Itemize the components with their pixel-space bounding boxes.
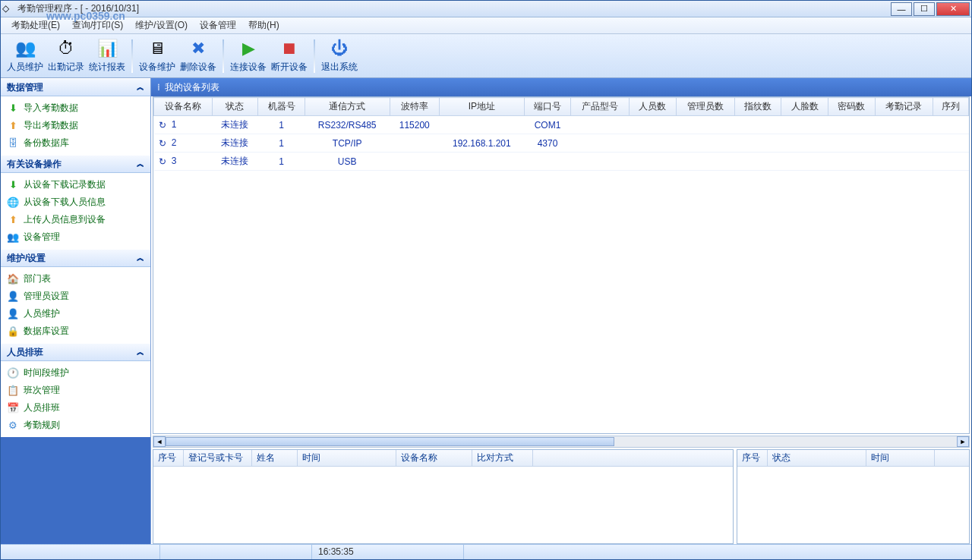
close-button[interactable]: ✕	[936, 2, 970, 16]
sidebar-item[interactable]: 👤人员维护	[5, 305, 146, 322]
minimize-button[interactable]: —	[891, 2, 912, 16]
column-header[interactable]: 密码数	[828, 98, 875, 116]
bottom-panels: 序号登记号或卡号姓名时间设备名称比对方式 序号状态时间	[151, 449, 971, 544]
column-header[interactable]: 时间	[866, 450, 935, 466]
column-header[interactable]: 指纹数	[734, 98, 781, 116]
sidebar-item[interactable]: 🕐时间段维护	[5, 364, 146, 382]
tb-report[interactable]: 📊统计报表	[87, 36, 127, 76]
chevron-up-icon: ︽	[137, 253, 144, 263]
sidebar-item[interactable]: 🔒数据库设置	[5, 322, 146, 340]
column-header[interactable]: 姓名	[252, 450, 298, 466]
sidebar: 数据管理︽⬇导入考勤数据⬆导出考勤数据🗄备份数据库有关设备操作︽⬇从设备下载记录…	[1, 78, 151, 544]
item-label: 备份数据库	[24, 137, 69, 149]
item-label: 人员排班	[24, 401, 60, 414]
column-header[interactable]: 状态	[768, 450, 866, 466]
log-panel-right: 序号状态时间	[737, 449, 970, 544]
column-header[interactable]: 人脸数	[781, 98, 828, 116]
sidebar-item[interactable]: 👤管理员设置	[5, 288, 146, 305]
refresh-icon: ↻	[159, 156, 169, 167]
sidebar-item[interactable]: 🌐从设备下载人员信息	[5, 193, 146, 211]
tb-exit[interactable]: ⏻退出系统	[320, 36, 359, 76]
scroll-right-icon[interactable]: ►	[957, 436, 969, 447]
column-header[interactable]: 比对方式	[472, 450, 533, 466]
sidebar-item[interactable]: ⬇导入考勤数据	[5, 99, 146, 117]
item-icon: ⬇	[7, 102, 19, 115]
menu-device[interactable]: 设备管理	[194, 17, 242, 33]
maximize-button[interactable]: ☐	[914, 2, 935, 16]
column-header[interactable]: 序号	[153, 450, 184, 466]
column-header[interactable]: 管理员数	[676, 98, 734, 116]
status-cell-2	[160, 545, 312, 559]
tb-delete-device[interactable]: ✖删除设备	[178, 36, 218, 76]
sidebar-item[interactable]: ⬇从设备下载记录数据	[5, 176, 146, 193]
device-list-title: 我的设备列表	[165, 81, 219, 94]
status-time: 16:35:35	[312, 545, 464, 559]
column-header[interactable]: 登记号或卡号	[184, 450, 252, 466]
column-header[interactable]: IP地址	[440, 98, 525, 116]
sidebar-item[interactable]: 📋班次管理	[5, 382, 146, 399]
menu-help[interactable]: 帮助(H)	[242, 17, 286, 33]
column-header[interactable]: 考勤记录	[875, 98, 933, 116]
item-icon: 👥	[7, 231, 19, 244]
scroll-thumb[interactable]	[166, 437, 614, 446]
sidebar-item[interactable]: 🗄备份数据库	[5, 134, 146, 152]
sidebar-item[interactable]: 🏠部门表	[5, 270, 146, 288]
tb-connect[interactable]: ▶连接设备	[229, 36, 268, 76]
app-window: ◇ 考勤管理程序 - [ - 2016/10/31] — ☐ ✕ www.pc0…	[0, 0, 972, 560]
panel-header[interactable]: 人员排班︽	[1, 343, 150, 361]
item-label: 从设备下载人员信息	[24, 196, 106, 209]
panel-header[interactable]: 有关设备操作︽	[1, 155, 150, 173]
column-header[interactable]: 状态	[212, 98, 257, 116]
column-header[interactable]: 序号	[737, 450, 768, 466]
panel-body: ⬇从设备下载记录数据🌐从设备下载人员信息⬆上传人员信息到设备👥设备管理	[1, 173, 150, 249]
table-row[interactable]: ↻ 1未连接1RS232/RS485115200COM1	[154, 116, 969, 134]
horizontal-scrollbar[interactable]: ◄ ►	[153, 436, 970, 448]
column-header[interactable]: 设备名称	[396, 450, 472, 466]
sidebar-item[interactable]: 👥设备管理	[5, 228, 146, 246]
item-label: 部门表	[24, 272, 51, 285]
log-body[interactable]	[153, 467, 733, 543]
sidebar-item[interactable]: ⬆上传人员信息到设备	[5, 211, 146, 228]
scroll-left-icon[interactable]: ◄	[153, 436, 166, 447]
table-row[interactable]: ↻ 2未连接1TCP/IP192.168.1.2014370	[154, 134, 969, 153]
column-header[interactable]: 时间	[298, 450, 396, 466]
panel-header[interactable]: 维护/设置︽	[1, 249, 150, 267]
column-header[interactable]: 序列	[933, 98, 969, 116]
item-label: 从设备下载记录数据	[24, 178, 106, 191]
item-label: 班次管理	[24, 384, 60, 397]
column-header[interactable]: 通信方式	[305, 98, 390, 116]
sidebar-item[interactable]: ⚙考勤规则	[5, 417, 146, 434]
column-header[interactable]: 产品型号	[571, 98, 630, 116]
sidebar-item[interactable]: 📅人员排班	[5, 399, 146, 417]
column-header[interactable]: 波特率	[390, 98, 440, 116]
play-icon: ▶	[238, 38, 259, 59]
tb-device-maintain[interactable]: 🖥设备维护	[137, 36, 177, 76]
column-header[interactable]: 机器号	[258, 98, 305, 116]
item-label: 管理员设置	[24, 290, 69, 303]
item-icon: 🏠	[7, 273, 19, 285]
toolbar: 👥人员维护 ⏱出勤记录 📊统计报表 🖥设备维护 ✖删除设备 ▶连接设备 ⏹断开设…	[1, 34, 971, 78]
panel-header[interactable]: 数据管理︽	[1, 78, 150, 96]
status-body[interactable]	[737, 467, 969, 543]
item-icon: 👤	[7, 308, 19, 320]
tb-attendance-record[interactable]: ⏱出勤记录	[46, 36, 86, 76]
column-header[interactable]: 设备名称	[154, 98, 213, 116]
panel-body: 🏠部门表👤管理员设置👤人员维护🔒数据库设置	[1, 267, 150, 343]
sidebar-fill	[1, 437, 150, 544]
menu-maintain[interactable]: 维护/设置(O)	[129, 17, 194, 33]
column-header[interactable]: 人员数	[630, 98, 677, 116]
toolbar-separator	[314, 39, 315, 73]
item-icon: 📅	[7, 402, 19, 414]
sidebar-item[interactable]: ⬆导出考勤数据	[5, 117, 146, 134]
item-icon: 🕐	[7, 367, 19, 379]
table-row[interactable]: ↻ 3未连接1USB	[154, 153, 969, 171]
item-label: 数据库设置	[24, 325, 69, 338]
content: ⁞ 我的设备列表 设备名称状态机器号通信方式波特率IP地址端口号产品型号人员数管…	[151, 78, 971, 544]
device-grid[interactable]: 设备名称状态机器号通信方式波特率IP地址端口号产品型号人员数管理员数指纹数人脸数…	[153, 96, 970, 434]
tb-person-maintain[interactable]: 👥人员维护	[5, 36, 45, 76]
panel-body: 🕐时间段维护📋班次管理📅人员排班⚙考勤规则	[1, 361, 150, 437]
tb-disconnect[interactable]: ⏹断开设备	[270, 36, 309, 76]
device-list-header: ⁞ 我的设备列表	[151, 78, 971, 96]
item-icon: ⚙	[7, 420, 19, 432]
column-header[interactable]: 端口号	[524, 98, 571, 116]
